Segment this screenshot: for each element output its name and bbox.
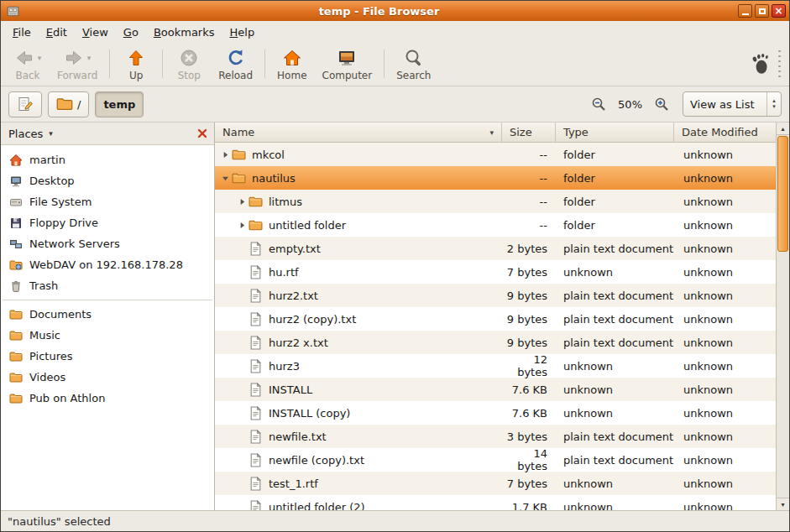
sidebar-item-pub-on-athlon[interactable]: Pub on Athlon — [1, 388, 214, 409]
sidebar-item-file-system[interactable]: File System — [1, 191, 214, 212]
type-cell: unknown — [556, 407, 674, 420]
column-header-name[interactable]: Name▾ — [215, 123, 502, 142]
sidebar-item-videos[interactable]: Videos — [1, 367, 214, 388]
date-modified-cell: unknown — [674, 149, 776, 161]
places-selector-button[interactable]: Places ▾ — [8, 128, 53, 140]
file-row-install-copy[interactable]: INSTALL (copy)7.6 KBunknownunknown — [215, 401, 776, 425]
file-name: hurz2 x.txt — [269, 336, 328, 349]
sidebar-item-documents[interactable]: Documents — [1, 304, 214, 325]
scroll-up-button[interactable]: ▴ — [777, 123, 789, 135]
minimize-button[interactable] — [738, 4, 752, 18]
expander-closed-icon[interactable] — [218, 151, 232, 159]
file-row-hurz3[interactable]: hurz312 bytesunknownunknown — [215, 354, 776, 378]
size-cell: 9 bytes — [502, 336, 556, 349]
toggle-location-entry-button[interactable] — [8, 91, 42, 117]
folder-icon — [9, 392, 23, 405]
menu-help[interactable]: Help — [222, 23, 263, 42]
column-header-size[interactable]: Size — [502, 123, 556, 142]
toolbar-button-label: Stop — [178, 70, 201, 81]
menu-view[interactable]: View — [75, 23, 116, 42]
toolbar-button-label: Reload — [218, 70, 253, 81]
file-row-hu-rtf[interactable]: hu.rtf7 bytesunknownunknown — [215, 260, 776, 284]
expander-closed-icon[interactable] — [235, 222, 249, 229]
sidebar-close-button[interactable] — [195, 126, 210, 141]
path-button-current[interactable]: temp — [95, 91, 144, 117]
search-button[interactable]: Search — [389, 45, 438, 82]
file-row-test-1-rtf[interactable]: test_1.rtf7 bytesunknownunknown — [215, 472, 776, 495]
text-file-icon — [249, 477, 263, 491]
size-cell: 7.6 KB — [502, 383, 556, 396]
folder-icon — [9, 371, 23, 384]
name-cell: litmus — [215, 195, 502, 209]
sidebar-item-desktop[interactable]: Desktop — [1, 170, 214, 191]
zoom-level: 50% — [618, 98, 642, 111]
file-row-nautilus[interactable]: nautilus--folderunknown — [215, 166, 776, 190]
menu-file[interactable]: File — [5, 23, 39, 42]
sidebar-item-martin[interactable]: martin — [1, 149, 214, 170]
file-browser-window: temp - File Browser × FileEditViewGoBook… — [0, 0, 790, 532]
file-row-install[interactable]: INSTALL7.6 KBunknownunknown — [215, 378, 776, 401]
sidebar-item-trash[interactable]: Trash — [1, 275, 214, 296]
sidebar-item-webdav-on-192-168-178-28[interactable]: WebDAV on 192.168.178.28 — [1, 254, 214, 275]
path-button-root[interactable]: / — [48, 91, 89, 117]
column-header-type[interactable]: Type — [556, 123, 674, 142]
list-header: Name▾SizeTypeDate Modified — [215, 123, 776, 143]
sidebar-item-pictures[interactable]: Pictures — [1, 346, 214, 367]
file-row-hurz2-x-txt[interactable]: hurz2 x.txt9 bytesplain text documentunk… — [215, 331, 776, 354]
date-modified-cell: unknown — [674, 243, 776, 255]
webdav-icon — [9, 258, 23, 272]
reload-toolbar-icon — [226, 48, 246, 68]
vertical-scrollbar[interactable]: ▴ ▾ — [776, 123, 789, 510]
name-cell: INSTALL (copy) — [215, 406, 502, 420]
menu-bookmarks[interactable]: Bookmarks — [146, 23, 222, 42]
menu-go[interactable]: Go — [116, 23, 146, 42]
pane-grip-handle[interactable] — [777, 49, 782, 79]
status-text: "nautilus" selected — [8, 515, 111, 528]
file-row-hurz2-copy-txt[interactable]: hurz2 (copy).txt9 bytesplain text docume… — [215, 307, 776, 331]
titlebar[interactable]: temp - File Browser × — [1, 1, 789, 21]
sidebar-item-network-servers[interactable]: Network Servers — [1, 233, 214, 254]
up-button[interactable]: Up — [114, 45, 158, 82]
name-cell: mkcol — [215, 148, 502, 162]
sidebar-item-floppy-drive[interactable]: Floppy Drive — [1, 212, 214, 233]
maximize-button[interactable] — [755, 4, 769, 18]
reload-button[interactable]: Reload — [211, 45, 260, 82]
file-row-litmus[interactable]: litmus--folderunknown — [215, 190, 776, 213]
window-icon — [6, 4, 20, 18]
size-cell: 14 bytes — [502, 447, 556, 472]
computer-button[interactable]: Computer — [315, 45, 380, 82]
file-row-hurz2-txt[interactable]: hurz2.txt9 bytesplain text documentunkno… — [215, 284, 776, 307]
menu-edit[interactable]: Edit — [39, 23, 75, 42]
file-row-untitled-folder-2[interactable]: untitled folder (2)1.7 KBunknownunknown — [215, 495, 776, 510]
sidebar-item-music[interactable]: Music — [1, 325, 214, 346]
text-file-icon — [249, 265, 263, 279]
toolbar-button-label: Home — [277, 70, 306, 81]
view-mode-dropdown[interactable]: View as List ▴▾ — [683, 91, 782, 117]
size-cell: 1.7 KB — [502, 501, 556, 511]
main-area: Places ▾ martinDesktopFile SystemFloppy … — [1, 123, 789, 510]
file-row-newfile-copy-txt[interactable]: newfile (copy).txt14 bytesplain text doc… — [215, 448, 776, 472]
toolbar-right — [750, 45, 784, 82]
text-file-icon — [249, 406, 263, 420]
expander-open-icon[interactable] — [218, 175, 232, 182]
file-row-empty-txt[interactable]: empty.txt2 bytesplain text documentunkno… — [215, 237, 776, 260]
type-cell: unknown — [556, 360, 674, 373]
home-button[interactable]: Home — [269, 45, 314, 82]
size-cell: 2 bytes — [502, 243, 556, 255]
zoom-out-button[interactable] — [590, 96, 607, 112]
file-row-newfile-txt[interactable]: newfile.txt3 bytesplain text documentunk… — [215, 425, 776, 448]
text-file-icon — [249, 359, 263, 373]
file-row-mkcol[interactable]: mkcol--folderunknown — [215, 143, 776, 166]
name-cell: empty.txt — [215, 242, 502, 256]
column-header-date-modified[interactable]: Date Modified — [674, 123, 776, 142]
scrollbar-trough[interactable] — [777, 253, 789, 498]
zoom-in-button[interactable] — [653, 96, 670, 112]
expander-closed-icon[interactable] — [235, 198, 249, 206]
file-name: newfile (copy).txt — [269, 454, 364, 467]
folder-icon — [232, 148, 246, 162]
scroll-down-button[interactable]: ▾ — [777, 498, 789, 510]
close-button[interactable]: × — [772, 4, 786, 18]
file-row-untitled-folder[interactable]: untitled folder--folderunknown — [215, 213, 776, 237]
desktop-icon — [9, 175, 23, 188]
scrollbar-thumb[interactable] — [777, 136, 788, 252]
